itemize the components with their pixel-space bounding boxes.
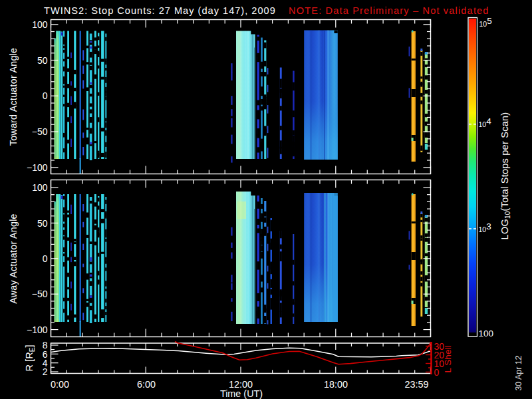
svg-text:−50: −50: [32, 289, 48, 299]
svg-text:50: 50: [37, 218, 48, 229]
svg-text:0: 0: [43, 90, 48, 101]
svg-text:30 Apr 12: 30 Apr 12: [514, 355, 523, 390]
svg-text:100: 100: [479, 329, 494, 338]
svg-text:2: 2: [43, 366, 48, 377]
svg-text:Time (UT): Time (UT): [220, 388, 263, 399]
svg-text:LOG10(Total Stops per Scan): LOG10(Total Stops per Scan): [499, 112, 511, 240]
svg-text:TWINS2: Stop Counts: 27 May (d: TWINS2: Stop Counts: 27 May (day 147), 2…: [44, 5, 276, 16]
svg-text:100: 100: [32, 182, 48, 193]
svg-text:Away Actuator Angle: Away Actuator Angle: [8, 213, 19, 304]
svg-text:50: 50: [37, 55, 48, 66]
svg-text:100: 100: [32, 19, 48, 30]
svg-text:−50: −50: [32, 126, 48, 137]
svg-text:6:00: 6:00: [137, 379, 156, 390]
svg-text:Toward Actuator Angle: Toward Actuator Angle: [8, 48, 19, 146]
svg-text:L Shell: L Shell: [443, 345, 453, 372]
svg-text:0: 0: [43, 253, 48, 264]
svg-text:23:59: 23:59: [404, 379, 428, 390]
svg-text:NOTE: Data Preliminary – Not v: NOTE: Data Preliminary – Not validated: [289, 5, 489, 16]
svg-text:−100: −100: [27, 162, 48, 173]
svg-text:−100: −100: [27, 325, 48, 335]
svg-text:0:00: 0:00: [51, 379, 69, 390]
svg-text:0: 0: [434, 367, 440, 378]
svg-text:18:00: 18:00: [324, 379, 348, 390]
